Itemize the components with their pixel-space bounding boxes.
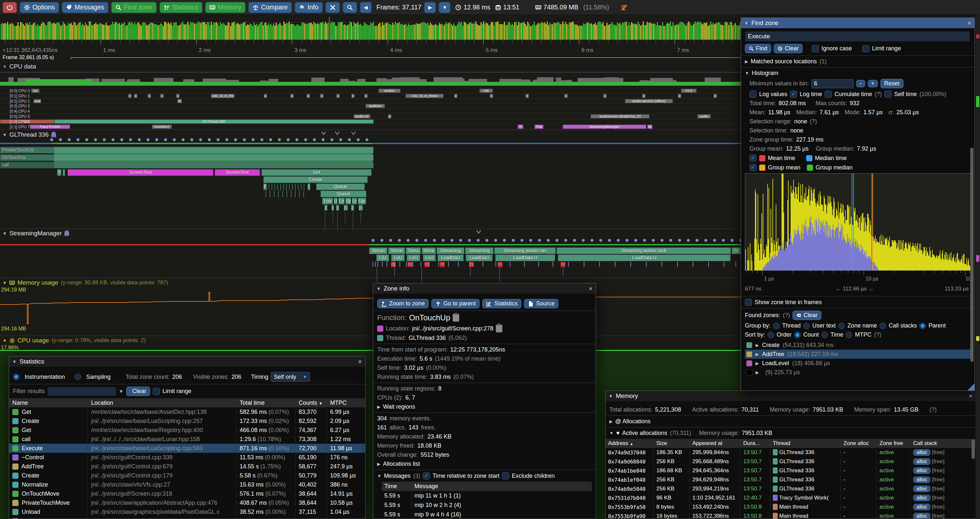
timeline-zone[interactable]: !S <box>57 169 61 176</box>
message-dot-icon[interactable] <box>652 239 655 242</box>
timeline-zone[interactable]: LoadData U <box>558 254 730 261</box>
toolbar-options-button[interactable]: Options <box>20 2 59 13</box>
sort-by-count-radio[interactable] <box>794 332 801 338</box>
statistics-row[interactable]: Executejni/../jni/src/claw/base/LuaScrip… <box>9 444 365 453</box>
cpu-zone[interactable]: c <box>336 94 340 98</box>
toolbar-info-button[interactable]: Info <box>295 2 322 13</box>
allocation-row[interactable]: 0x7553b9fa508 bytes153,492,240ns13:50.8 … <box>605 503 976 511</box>
cpu-zone[interactable]: c <box>264 94 267 98</box>
allocation-row[interactable]: 0x74ab1ef040256 KB294,629,948ns13:50.7 G… <box>605 475 976 484</box>
allocation-row[interactable]: 0x74a9d68040256 KB295,668,489ns13:50.7 G… <box>605 457 976 466</box>
message-dot-icon[interactable] <box>50 138 53 141</box>
cpu-zone[interactable]: c <box>525 94 529 98</box>
statistics-row[interactable]: AddTreejni/../jni/src/guif/Control.cpp:6… <box>9 462 365 471</box>
message-dot-icon[interactable] <box>687 239 690 242</box>
message-dot-icon[interactable] <box>389 239 392 242</box>
frame-marker-icon[interactable] <box>335 132 339 135</box>
timeline-zone[interactable]: Queue <box>320 190 366 197</box>
timing-select[interactable]: Self only▼ <box>271 372 310 382</box>
message-dot-icon[interactable] <box>398 239 401 242</box>
matched-locations-expander[interactable]: Matched source locations <box>751 58 817 65</box>
cpu-zone[interactable]: kworker/( <box>152 125 172 129</box>
message-dot-icon[interactable] <box>339 138 342 141</box>
message-dot-icon[interactable] <box>442 239 445 242</box>
cpu-zone[interactable]: audio.se <box>353 114 370 118</box>
memory-table-scrollbar[interactable] <box>972 439 975 459</box>
cpu-zone[interactable]: k\ <box>177 99 182 103</box>
alloc-callstack-button[interactable]: alloc <box>913 449 931 456</box>
message-dot-icon[interactable] <box>573 239 576 242</box>
sort-by-order-radio[interactable] <box>768 332 774 338</box>
toolbar-compare-button[interactable]: Compare <box>248 2 292 13</box>
timeline-zone[interactable]: LoU <box>423 254 436 261</box>
toolbar-tools-button[interactable] <box>326 2 340 13</box>
statistics-row[interactable]: Createjni/../jni/src/guif/Control.cpp:17… <box>9 471 365 480</box>
toolbar-memory-button[interactable]: Memory <box>205 2 245 13</box>
cpu-zone[interactable]: cds_ol_rx_thr <box>211 94 235 98</box>
cpu-zone[interactable]: Ti <box>517 125 523 129</box>
timeline-zone[interactable]: C( <box>560 262 566 267</box>
timeline-zone[interactable]: Streaming worker tas <box>494 248 556 254</box>
statistics-row[interactable]: Normalizejni/../jni/src/claw/vfs/Vfs.cpp… <box>9 480 365 489</box>
message-dot-icon[interactable] <box>190 138 193 141</box>
timeline-zone[interactable]: C( <box>407 262 412 267</box>
wait-regions-expander[interactable]: Wait regions <box>383 404 415 410</box>
statistics-row[interactable]: calljni/../jni/../../../src/claw/base/Lu… <box>9 434 365 444</box>
message-dot-icon[interactable] <box>287 138 290 141</box>
message-dot-icon[interactable] <box>450 239 453 242</box>
timeline-zone[interactable]: PrivateTouchUp <box>0 147 374 153</box>
message-dot-icon[interactable] <box>503 239 506 242</box>
message-dot-icon[interactable] <box>590 239 593 242</box>
message-dot-icon[interactable] <box>704 239 707 242</box>
message-dot-icon[interactable] <box>730 239 733 242</box>
ghost-zones-icon[interactable] <box>51 132 56 137</box>
time-relative-checkbox[interactable]: ✓ <box>423 472 430 479</box>
message-dot-icon[interactable] <box>251 138 255 141</box>
messages-expander[interactable]: Messages <box>384 473 410 479</box>
mean-median-checkbox[interactable]: ✓ <box>749 155 757 161</box>
allocation-row[interactable]: 0x74a9d37040186.35 KB295,999,844ns13:50.… <box>605 448 976 457</box>
cpu-zone[interactable]: c <box>351 94 355 98</box>
statistics-titlebar[interactable]: ▼ Statistics × <box>9 356 365 367</box>
cpu-zone[interactable]: c <box>564 94 568 98</box>
message-dot-icon[interactable] <box>599 239 602 242</box>
message-dot-icon[interactable] <box>357 138 360 141</box>
statistics-row[interactable]: PrivateTouchMovejni/../jni/src/claw/appl… <box>9 498 365 507</box>
memory-usage-graph[interactable] <box>0 287 743 330</box>
collapse-icon[interactable]: ▼ <box>377 286 381 291</box>
message-dot-icon[interactable] <box>146 138 150 141</box>
timeline-zone[interactable]: Strea <box>422 248 436 254</box>
find-zone-titlebar[interactable]: ▼ Find zone × <box>741 18 975 29</box>
timeline-zone[interactable]: Lo <box>338 198 345 204</box>
alloc-callstack-button[interactable]: alloc <box>913 504 931 510</box>
find-button[interactable]: Find <box>745 44 771 53</box>
message-row[interactable]: 5.59 smip 9 w 4 h 4 (16) <box>382 510 592 519</box>
message-dot-icon[interactable] <box>634 239 637 242</box>
message-dot-icon[interactable] <box>129 138 132 141</box>
alloc-callstack-button[interactable]: alloc <box>913 495 931 501</box>
funnel-icon[interactable]: ▼ <box>119 388 124 394</box>
cpu-zone[interactable]: c <box>603 94 607 98</box>
timeline-zone[interactable]: Queue <box>316 184 365 190</box>
clear-found-zones-button[interactable]: Clear <box>792 311 821 320</box>
glthread-title[interactable]: ▼GLThread 336 <box>3 131 56 138</box>
timeline-zone[interactable]: ScreenText <box>67 169 213 176</box>
statistics-row[interactable]: OnTouchMovejni/../jni/src/guif/Screen.cp… <box>9 489 365 498</box>
message-dot-icon[interactable] <box>722 239 725 242</box>
zone-info-source-button[interactable]: Source <box>524 299 558 308</box>
log-time-checkbox[interactable]: ✓ <box>790 91 797 98</box>
timeline-zone[interactable]: Strean <box>369 248 388 254</box>
next-frame-button[interactable]: ▶ <box>424 2 436 13</box>
find-zone-search-input[interactable] <box>745 31 970 42</box>
allocation-row[interactable]: 0x7553b9fa9016 bytes153,722,396ns13:50.8… <box>605 511 976 519</box>
allocations-list-expander[interactable]: Allocations list <box>383 461 420 467</box>
cpu-zone[interactable]: StreamingManager <box>563 125 646 129</box>
group-by-parent-radio[interactable] <box>920 323 926 329</box>
cpu-zone[interactable]: aud <box>33 99 41 103</box>
show-zone-time-frames-checkbox[interactable] <box>745 299 752 306</box>
message-dot-icon[interactable] <box>366 138 368 141</box>
cpu-zone[interactable]: c <box>148 94 151 98</box>
instrumentation-radio[interactable] <box>13 374 19 380</box>
statistics-row[interactable]: OnRedrawjni/../jni/src/claw/application/… <box>9 516 365 519</box>
message-dot-icon[interactable] <box>713 239 716 242</box>
